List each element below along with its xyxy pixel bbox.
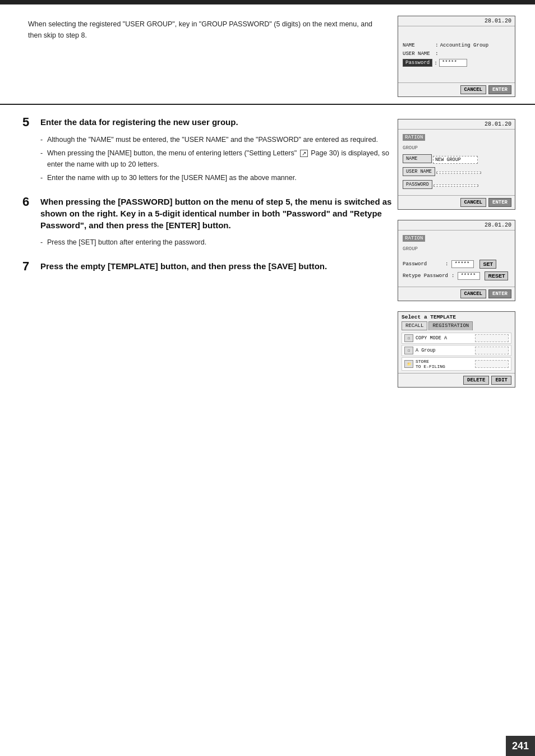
screen3-set-btn[interactable]: SET	[479, 260, 496, 269]
step5-bullet-2: When pressing the [NAME] button, the men…	[40, 147, 392, 170]
screen3-retype-row: Retype Password : ***** RESET	[403, 271, 510, 280]
screen1-password-value: *****	[439, 59, 467, 67]
screen3-password-label: Password	[403, 261, 442, 267]
template-icon-1: ☐	[404, 334, 413, 342]
screen2-password-btn[interactable]: PASSWORD	[403, 180, 432, 189]
screen1-password-row: Password : *****	[403, 59, 510, 67]
screen-mockup-2: 28.01.20 RATION GROUP NAME NEW GROUP USE…	[398, 119, 515, 210]
top-bar	[0, 0, 535, 4]
step5-page-ref: ↗	[300, 150, 308, 157]
screen1-timestamp: 28.01.20	[398, 16, 515, 26]
screen1-username-label: USER NAME	[403, 51, 433, 57]
template-tabs: RECALL REGISTRATION	[398, 321, 515, 330]
screen3-enter-btn[interactable]: ENTER	[488, 289, 511, 298]
step5-bullet-3: Enter the name with up to 30 letters for…	[40, 172, 392, 183]
template-item-label-2: A Group	[416, 348, 473, 353]
screen2-reg-title: RATION	[403, 134, 425, 141]
template-item-right-2	[475, 347, 509, 354]
screen1-password-label: Password	[403, 59, 432, 67]
step5-header: 5 Enter the data for registering the new…	[22, 116, 392, 128]
template-footer: DELETE EDIT	[398, 373, 515, 387]
screen1-username-row: USER NAME :	[403, 50, 510, 57]
steps-right: 28.01.20 RATION GROUP NAME NEW GROUP USE…	[398, 116, 524, 388]
screen1-footer: CANCEL ENTER	[398, 82, 515, 96]
screen1-cancel-btn[interactable]: CANCEL	[460, 85, 486, 94]
screen2-footer: CANCEL ENTER	[398, 195, 515, 209]
screen2-subtitle: GROUP	[403, 145, 510, 151]
template-delete-btn[interactable]: DELETE	[463, 376, 489, 385]
steps-left: 5 Enter the data for registering the new…	[22, 116, 392, 388]
screen1-body: NAME : Accounting Group USER NAME : Pass…	[398, 26, 515, 82]
step6-number: 6	[22, 196, 36, 208]
screen3-timestamp: 28.01.20	[398, 220, 515, 231]
template-item-3[interactable]: 📁 STORE TO E-FILING	[402, 357, 511, 371]
page-number: 241	[512, 740, 529, 752]
step6-bullets: Press the [SET] button after entering th…	[40, 237, 392, 248]
screen3-cancel-btn[interactable]: CANCEL	[460, 289, 486, 298]
template-item-right-3	[475, 360, 509, 368]
step7-number: 7	[22, 260, 36, 273]
steps-area: 5 Enter the data for registering the new…	[0, 110, 535, 410]
screen2-enter-btn[interactable]: ENTER	[488, 198, 511, 207]
step6-section: 6 When pressing the [PASSWORD] button on…	[22, 196, 392, 248]
step5-bullets: Although the "NAME" must be entered, the…	[40, 134, 392, 183]
template-item-label-1: COPY MODE A	[416, 335, 473, 341]
step7-header: 7 Press the empty [TEMPLATE] button, and…	[22, 260, 392, 273]
step6-body: Press the [SET] button after entering th…	[22, 237, 392, 248]
screen2-name-btn[interactable]: NAME	[403, 154, 432, 163]
screen2-timestamp: 28.01.20	[398, 119, 515, 130]
intro-text: When selecting the registered "USER GROU…	[22, 19, 386, 41]
page-number-badge: 241	[506, 736, 535, 756]
template-item-label-3: STORE TO E-FILING	[416, 359, 473, 369]
screen3-retype-label: Retype Password	[403, 273, 448, 279]
step5-bullet-1: Although the "NAME" must be entered, the…	[40, 134, 392, 145]
screen2-username-btn[interactable]: USER NAME	[403, 167, 435, 176]
screen1-enter-btn[interactable]: ENTER	[488, 85, 511, 94]
screen2-cancel-btn[interactable]: CANCEL	[460, 198, 486, 207]
screen3-reg-title: RATION	[403, 235, 425, 242]
screen3-retype-value: *****	[458, 272, 480, 280]
template-edit-btn[interactable]: EDIT	[491, 376, 511, 385]
screen3-password-row: Password : ***** SET	[403, 260, 510, 269]
screen3-password-value: *****	[451, 260, 474, 268]
step7-section: 7 Press the empty [TEMPLATE] button, and…	[22, 260, 392, 273]
template-icon-2: ☐	[404, 347, 413, 354]
screen2-password-value	[433, 185, 478, 187]
template-title: Select a TEMPLATE	[398, 312, 515, 321]
template-item-1[interactable]: ☐ COPY MODE A	[402, 333, 511, 344]
screen1-name-row: NAME : Accounting Group	[403, 42, 510, 48]
step5-body: Although the "NAME" must be entered, the…	[22, 134, 392, 183]
screen-mockup-1: 28.01.20 NAME : Accounting Group USER NA…	[398, 16, 515, 97]
step5-number: 5	[22, 116, 36, 128]
step5-section: 5 Enter the data for registering the new…	[22, 116, 392, 183]
step6-bullet-1: Press the [SET] button after entering th…	[40, 237, 392, 248]
screen3-reset-btn[interactable]: RESET	[485, 271, 508, 280]
intro-text-area: When selecting the registered "USER GROU…	[22, 16, 386, 98]
step6-title: When pressing the [PASSWORD] button on t…	[40, 196, 392, 231]
step6-header: 6 When pressing the [PASSWORD] button on…	[22, 196, 392, 231]
screen2-password-row: PASSWORD	[403, 180, 510, 191]
tab-recall[interactable]: RECALL	[402, 321, 427, 330]
top-section: When selecting the registered "USER GROU…	[0, 4, 535, 105]
template-item-2[interactable]: ☐ A Group	[402, 345, 511, 356]
template-icon-3: 📁	[404, 360, 413, 368]
screen3-footer: CANCEL ENTER	[398, 287, 515, 301]
tab-registration[interactable]: REGISTRATION	[428, 321, 473, 330]
screen1-area: 28.01.20 NAME : Accounting Group USER NA…	[398, 16, 524, 98]
template-item-right-1	[475, 334, 509, 342]
screen2-username-row: USER NAME	[403, 167, 510, 178]
screen2-body: RATION GROUP NAME NEW GROUP USER NAME PA…	[398, 130, 515, 195]
screen1-name-label: NAME	[403, 43, 433, 48]
screen-mockup-4: Select a TEMPLATE RECALL REGISTRATION ☐ …	[398, 311, 515, 388]
screen2-name-row: NAME NEW GROUP	[403, 154, 510, 165]
screen-mockup-3: 28.01.20 RATION GROUP Password : ***** S…	[398, 220, 515, 301]
step7-title: Press the empty [TEMPLATE] button, and t…	[40, 260, 327, 272]
screen2-username-value	[436, 172, 481, 174]
screen2-name-value: NEW GROUP	[433, 156, 478, 164]
screen3-body: RATION GROUP Password : ***** SET Retype…	[398, 231, 515, 287]
screen3-subtitle: GROUP	[403, 246, 510, 252]
step5-title: Enter the data for registering the new u…	[40, 116, 238, 128]
screen1-name-value: Accounting Group	[440, 43, 488, 48]
page-container: When selecting the registered "USER GROU…	[0, 0, 535, 756]
